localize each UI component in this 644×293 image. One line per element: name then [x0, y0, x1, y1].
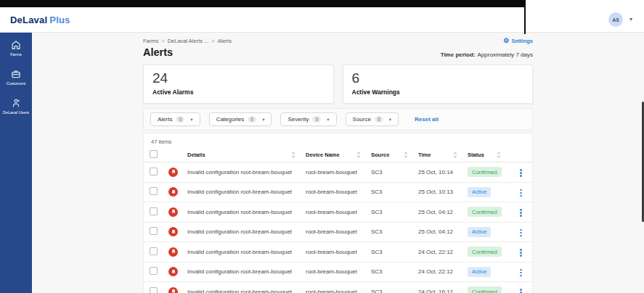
sort-icon [404, 152, 408, 158]
active-warnings-count: 6 [352, 70, 524, 87]
alert-source: SC3 [371, 249, 418, 255]
alarm-icon [168, 267, 178, 276]
sort-icon [291, 152, 295, 158]
column-header-source[interactable]: Source [371, 152, 418, 158]
column-header-time[interactable]: Time [418, 152, 468, 158]
alert-time: 24 Oct, 16:12 [418, 289, 468, 293]
chevron-down-icon: ▾ [262, 117, 264, 123]
alert-source: SC3 [371, 189, 418, 195]
chevron-down-icon: ▾ [190, 117, 192, 123]
alerts-table: 47 items Details Device Name Source [143, 133, 533, 293]
column-label: Time [418, 152, 431, 158]
select-all-checkbox[interactable] [150, 150, 158, 158]
table-row: Invalid configuration root-bream-bouquet… [144, 263, 532, 283]
kebab-menu-icon[interactable] [518, 188, 523, 199]
column-header-device-name[interactable]: Device Name [306, 152, 371, 158]
sidebar-item-customers[interactable]: Customers [0, 69, 32, 86]
alarm-icon [168, 227, 178, 236]
filter-dropdown-source[interactable]: Source 0 ▾ [346, 112, 399, 126]
filter-dropdown-categories[interactable]: Categories 0 ▾ [209, 112, 272, 126]
chevron-down-icon: ▾ [389, 117, 391, 123]
alert-details: Invalid configuration root-bream-bouquet [187, 209, 306, 215]
row-checkbox[interactable] [150, 247, 158, 255]
alert-time: 24 Oct, 22:12 [418, 268, 468, 275]
alert-source: SC3 [371, 268, 418, 275]
breadcrumb-separator: > [211, 38, 214, 44]
gear-icon: ⚙ [503, 38, 509, 44]
row-checkbox[interactable] [150, 168, 158, 176]
breadcrumb-item-delaval-alerts[interactable]: DeLaval Alerts ... [168, 38, 209, 44]
filter-count-badge: 0 [176, 116, 184, 123]
filter-dropdown-severity[interactable]: Severity 0 ▾ [280, 112, 336, 126]
alarm-icon [168, 168, 178, 177]
table-row: Invalid configuration root-bream-bouquet… [144, 202, 532, 223]
column-header-details[interactable]: Details [187, 152, 306, 158]
logo-primary: DeLaval [10, 15, 47, 25]
top-black-bar [0, 0, 525, 7]
kebab-menu-icon[interactable] [518, 268, 523, 278]
row-checkbox[interactable] [150, 207, 158, 215]
status-badge: Active [468, 267, 491, 277]
alert-details: Invalid configuration root-bream-bouquet [187, 189, 306, 195]
table-row: Invalid configuration root-bream-bouquet… [144, 162, 532, 183]
table-row: Invalid configuration root-bream-bouquet… [144, 282, 532, 293]
items-count: 47 items [144, 133, 532, 148]
active-alarms-label: Active Alarms [152, 88, 325, 96]
sort-icon [356, 152, 361, 158]
device-name: root-bream-bouquet [306, 189, 371, 195]
kebab-menu-icon[interactable] [518, 207, 523, 218]
breadcrumb-item-current: Alerts [218, 38, 232, 44]
sidebar-item-delaval-users[interactable]: DeLaval Users [0, 98, 32, 115]
alert-details: Invalid configuration root-bream-bouquet [187, 268, 306, 275]
breadcrumb-item-farms[interactable]: Farms [143, 38, 158, 44]
user-avatar[interactable]: AS [608, 12, 623, 27]
kebab-menu-icon[interactable] [518, 287, 523, 293]
time-period-label: Time period: [441, 51, 476, 58]
active-warnings-label: Active Warnings [352, 88, 524, 96]
device-name: root-bream-bouquet [306, 169, 371, 176]
kebab-menu-icon[interactable] [518, 247, 523, 258]
sidebar-item-farms[interactable]: Farms [0, 40, 32, 57]
page-title: Alerts [143, 46, 173, 58]
row-checkbox[interactable] [150, 267, 158, 275]
device-name: root-bream-bouquet [306, 228, 371, 235]
briefcase-icon [11, 69, 21, 79]
device-name: root-bream-bouquet [306, 268, 371, 275]
status-badge: Active [468, 227, 491, 237]
breadcrumb-separator: > [161, 38, 164, 44]
status-badge: Confirmed [468, 207, 502, 217]
row-checkbox[interactable] [150, 227, 158, 235]
time-period-value: Approximately 7 days [478, 51, 533, 58]
row-checkbox[interactable] [150, 287, 158, 293]
annotation-vertical-line [524, 0, 526, 34]
settings-link[interactable]: ⚙ Settings [503, 38, 533, 44]
filter-count-badge: 0 [312, 116, 321, 123]
alert-details: Invalid configuration root-bream-bouquet [187, 169, 306, 176]
filter-count-badge: 0 [248, 116, 256, 123]
alert-time: 25 Oct, 04:12 [418, 209, 468, 215]
filter-label: Source [353, 116, 371, 123]
alert-source: SC3 [371, 289, 418, 293]
column-header-status[interactable]: Status [468, 152, 511, 158]
alert-details: Invalid configuration root-bream-bouquet [187, 289, 306, 293]
active-alarms-card: 24 Active Alarms [143, 65, 334, 104]
main-sidebar: Farms Customers DeLaval Users [0, 33, 32, 293]
filter-dropdown-alerts[interactable]: Alerts 0 ▾ [150, 112, 200, 126]
alarm-icon [168, 247, 178, 257]
users-icon [11, 98, 21, 108]
chevron-down-icon[interactable]: ▾ [629, 17, 632, 22]
kebab-menu-icon[interactable] [518, 168, 523, 178]
column-label: Details [187, 152, 205, 158]
filter-count-badge: 0 [375, 116, 383, 123]
reset-all-link[interactable]: Reset all [415, 116, 439, 123]
settings-label: Settings [511, 38, 533, 44]
kebab-menu-icon[interactable] [518, 228, 523, 239]
alert-time: 24 Oct, 22:12 [418, 249, 468, 255]
row-checkbox[interactable] [150, 187, 158, 195]
sidebar-item-label: Farms [10, 52, 22, 57]
user-menu[interactable]: AS ▾ [608, 12, 632, 27]
table-row: Invalid configuration root-bream-bouquet… [144, 242, 532, 263]
sort-icon [453, 152, 457, 158]
status-badge: Confirmed [468, 286, 502, 293]
alarm-icon [168, 187, 178, 197]
